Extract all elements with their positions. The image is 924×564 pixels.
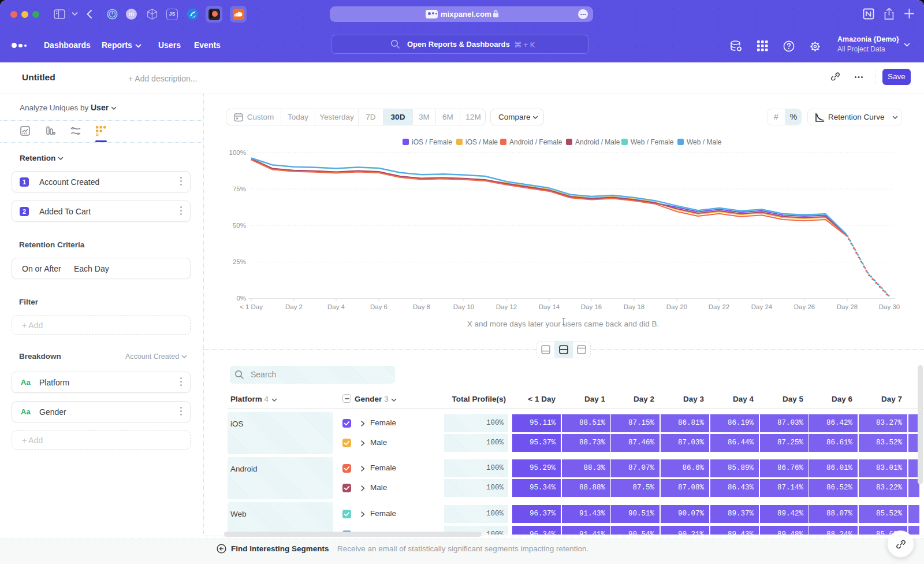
svg-text:50%: 50% xyxy=(233,222,246,229)
svg-text:Android / Male: Android / Male xyxy=(575,138,620,146)
svg-text:Day 30: Day 30 xyxy=(879,303,900,310)
svg-text:< 1 Day: < 1 Day xyxy=(240,303,263,310)
svg-text:Day 26: Day 26 xyxy=(794,303,815,310)
svg-text:100%: 100% xyxy=(229,149,246,156)
svg-text:Day 10: Day 10 xyxy=(453,303,474,310)
svg-text:0%: 0% xyxy=(236,295,246,302)
svg-text:Day 16: Day 16 xyxy=(581,303,602,310)
svg-text:Day 8: Day 8 xyxy=(413,303,430,310)
svg-text:Day 22: Day 22 xyxy=(709,303,729,310)
svg-text:Web / Male: Web / Male xyxy=(687,138,722,146)
svg-text:Day 12: Day 12 xyxy=(496,303,517,310)
svg-text:Day 28: Day 28 xyxy=(837,303,858,310)
svg-text:Day 6: Day 6 xyxy=(370,303,388,310)
svg-text:Day 18: Day 18 xyxy=(624,303,644,310)
svg-text:iOS / Female: iOS / Female xyxy=(412,138,452,146)
svg-text:Day 14: Day 14 xyxy=(539,303,560,310)
svg-text:Day 20: Day 20 xyxy=(666,303,687,310)
svg-text:Day 2: Day 2 xyxy=(285,303,303,310)
svg-text:75%: 75% xyxy=(233,185,246,192)
svg-text:Android / Female: Android / Female xyxy=(509,138,562,146)
svg-text:iOS / Male: iOS / Male xyxy=(465,138,498,146)
svg-text:Web / Female: Web / Female xyxy=(631,138,674,146)
svg-text:Day 24: Day 24 xyxy=(751,303,773,310)
svg-text:Day 4: Day 4 xyxy=(327,303,345,310)
svg-text:25%: 25% xyxy=(233,258,246,265)
